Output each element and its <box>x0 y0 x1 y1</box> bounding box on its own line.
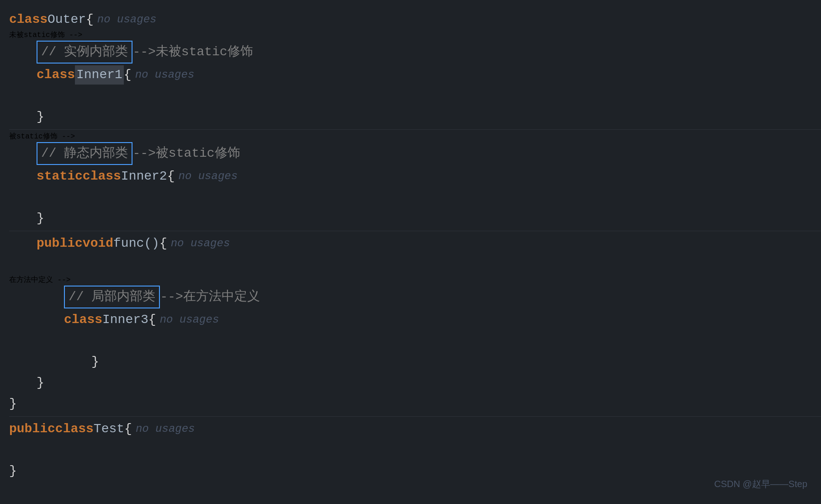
code-line-outer: class Outer { no usages <box>9 9 821 30</box>
class-name-outer: Outer <box>48 10 86 29</box>
no-usages-inner2: no usages <box>178 167 238 186</box>
no-usages-inner1: no usages <box>135 65 195 85</box>
brace-close-inner1: } <box>37 107 44 127</box>
keyword-public-func: public <box>37 234 83 253</box>
close-brace-test: } <box>9 461 821 482</box>
brace-inner3: { <box>148 310 156 329</box>
close-brace-inner1: } <box>9 106 821 127</box>
arrow-2: --> <box>132 144 155 163</box>
empty-line-3 <box>9 254 821 275</box>
keyword-public-test: public <box>9 419 55 439</box>
arrow-3: --> <box>160 287 183 307</box>
brace-close-inner2: } <box>37 209 44 228</box>
arrow-1: --> <box>132 42 155 62</box>
keyword-static: static <box>37 167 83 186</box>
class-name-inner2: Inner2 <box>121 167 167 186</box>
code-line-inner2: static class Inner2 { no usages <box>9 166 821 187</box>
comment-box-local: // 局部内部类 <box>64 286 160 308</box>
code-line-func: public void func() { no usages <box>9 233 821 254</box>
brace-func: { <box>159 234 167 253</box>
keyword-class-inner3: class <box>64 310 102 329</box>
brace-close-outer: } <box>9 394 17 414</box>
empty-line-4 <box>9 330 821 351</box>
separator-2 <box>9 231 821 231</box>
annotation-static: 被static修饰 <box>156 144 240 163</box>
no-usages-inner3: no usages <box>160 310 219 329</box>
class-name-test: Test <box>94 419 124 439</box>
brace-inner2: { <box>167 167 175 186</box>
brace-inner1: { <box>124 65 132 85</box>
func-name: func() <box>113 234 159 253</box>
comment-box-static: // 静态内部类 <box>37 142 132 165</box>
class-name-inner3: Inner3 <box>102 310 148 329</box>
brace-close-func: } <box>37 373 44 393</box>
brace-close-test: } <box>9 462 17 481</box>
class-name-inner1: Inner1 <box>75 65 124 85</box>
close-brace-inner2: } <box>9 208 821 229</box>
code-line-inner1: class Inner1 { no usages <box>9 64 821 85</box>
no-usages-func: no usages <box>171 234 230 253</box>
no-usages-test: no usages <box>136 419 195 439</box>
annotation-no-static: 未被static修饰 <box>156 42 253 62</box>
close-brace-func: } <box>9 372 821 393</box>
close-brace-inner3: } <box>9 351 821 372</box>
comment-static-class: // 静态内部类 --> 被static修饰 <box>9 141 821 166</box>
code-line-inner3: class Inner3 { no usages <box>9 309 821 330</box>
empty-line-1 <box>9 85 821 106</box>
comment-local-class: // 局部内部类 --> 在方法中定义 <box>9 285 821 309</box>
close-brace-outer: } <box>9 393 821 414</box>
comment-box-instance: // 实例内部类 <box>37 41 132 64</box>
code-content: class Outer { no usages 未被static修饰 --> /… <box>0 9 821 482</box>
no-usages-outer: no usages <box>97 10 157 29</box>
keyword-void: void <box>83 234 113 253</box>
annotation-local: 在方法中定义 <box>183 287 260 307</box>
separator-3 <box>9 416 821 417</box>
separator-1 <box>9 129 821 130</box>
code-editor: class Outer { no usages 未被static修饰 --> /… <box>0 0 821 504</box>
keyword-class-inner2: class <box>83 167 121 186</box>
code-line-test: public class Test { no usages <box>9 419 821 440</box>
brace-open: { <box>86 10 94 29</box>
watermark: CSDN @赵早——Step <box>714 478 807 490</box>
empty-line-2 <box>9 187 821 208</box>
empty-line-5 <box>9 440 821 461</box>
keyword-class-test: class <box>55 419 94 439</box>
brace-close-inner3: } <box>91 352 99 371</box>
comment-instance-class: // 实例内部类 --> 未被static修饰 <box>9 40 821 64</box>
keyword-class: class <box>9 10 48 29</box>
keyword-class-inner1: class <box>37 65 75 85</box>
brace-test: { <box>124 419 132 439</box>
